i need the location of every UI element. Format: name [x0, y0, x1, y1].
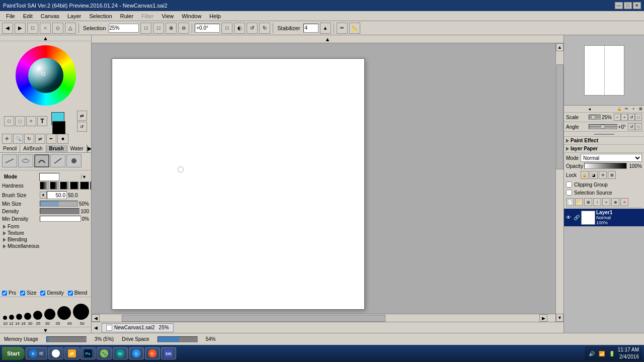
maximize-button[interactable]: □ [624, 2, 632, 9]
layer-opacity-slider[interactable] [584, 163, 627, 169]
layer-mode-select[interactable]: Normal Multiply Screen Overlay [581, 154, 642, 162]
triangle-tool-btn[interactable]: △ [65, 23, 76, 34]
selection-source-cb[interactable] [566, 190, 572, 196]
angle-fit-btn[interactable]: □ [635, 123, 642, 130]
size-dot-10[interactable] [3, 316, 7, 320]
size-dot-25[interactable] [44, 309, 55, 320]
magic-wand-tool[interactable]: ✧ [26, 116, 36, 126]
brush-preset-5[interactable] [66, 154, 82, 167]
eyedropper-tool[interactable]: ✒ [46, 134, 56, 144]
menu-layer[interactable]: Layer [63, 11, 86, 21]
toolbar-right-btn[interactable]: ▶ [15, 23, 26, 34]
min-size-slider[interactable] [40, 201, 78, 207]
layer-paper-header[interactable]: layer Paper [564, 145, 644, 152]
hardness-btn-5[interactable] [80, 182, 89, 190]
zoom-tool[interactable]: 🔍 [13, 134, 23, 144]
taskbar-app-chrome[interactable]: ⊙ [48, 347, 63, 359]
close-button[interactable]: ✕ [633, 2, 641, 9]
ellipse-tool-btn[interactable]: ○ [40, 23, 51, 34]
layer-up-btn[interactable]: ↑ [593, 198, 601, 206]
prs-density-cb[interactable] [40, 291, 45, 296]
hardness-btn-3[interactable] [60, 182, 69, 190]
ruler-btn[interactable]: 📐 [349, 23, 360, 34]
rect-select-tool[interactable]: □ [4, 116, 14, 126]
tab-brush[interactable]: Brush [46, 145, 67, 152]
minimize-button[interactable]: — [615, 2, 623, 9]
add-btn[interactable]: + [602, 198, 610, 206]
v-scroll-track[interactable] [556, 51, 564, 314]
angle-reset-btn[interactable]: ↺ [628, 123, 635, 130]
hardness-btn-1[interactable] [40, 182, 49, 190]
hardness-btn-4[interactable] [70, 182, 79, 190]
layer-1-visibility[interactable]: 👁 [565, 214, 572, 221]
sel-btn2[interactable]: □ [153, 23, 164, 34]
form-section-header[interactable]: Form [2, 223, 89, 230]
brush-preset-1[interactable] [2, 154, 17, 167]
taskbar-app-skype[interactable]: S [129, 347, 144, 359]
diamond-tool-btn[interactable]: ◇ [52, 23, 63, 34]
tray-icon-network[interactable]: 📶 [598, 349, 606, 357]
paint-effect-header[interactable]: Paint Effect [564, 137, 644, 144]
h-scroll-thumb[interactable] [122, 315, 385, 322]
taskbar-app-ie[interactable]: e IE [26, 347, 47, 359]
misc-section-header[interactable]: Miscellaneous [2, 243, 89, 249]
right-merge-icon[interactable]: ⊞ [637, 106, 644, 112]
v-scroll-up-btn[interactable]: ▲ [556, 43, 564, 51]
size-dot-12[interactable] [9, 315, 14, 320]
left-scroll-bottom[interactable]: ▼ [0, 327, 91, 333]
min-density-slider[interactable] [40, 216, 81, 222]
right-lock-icon[interactable]: 🔒 [616, 106, 623, 112]
menu-view[interactable]: View [158, 11, 178, 21]
stabilizer-input[interactable] [303, 24, 318, 33]
left-scroll-top[interactable]: ▲ [0, 35, 91, 41]
h-scroll-track[interactable] [100, 314, 539, 322]
rotate-tool[interactable]: ↻ [24, 134, 34, 144]
tray-icon-battery[interactable]: 🔋 [608, 349, 616, 357]
brush-tab-scroll[interactable]: ▶ [87, 145, 92, 152]
swap-colors-btn[interactable]: ⇄ [77, 111, 87, 121]
taskbar-app-green[interactable]: 🐾 [97, 347, 112, 359]
hardness-btn-6[interactable] [90, 182, 91, 190]
taskbar-app-teal[interactable]: M [113, 347, 128, 359]
scale-plus-btn[interactable]: + [621, 114, 628, 121]
menu-canvas[interactable]: Canvas [37, 11, 63, 21]
rot-btn4[interactable]: ↻ [259, 23, 270, 34]
rot-btn2[interactable]: ◐ [234, 23, 245, 34]
size-dot-30[interactable] [57, 306, 71, 320]
brush-size-input[interactable] [47, 191, 67, 199]
taskbar-app-folder[interactable]: 📁 [64, 347, 79, 359]
hardness-btn-2[interactable] [50, 182, 59, 190]
lock-extra-btn[interactable]: ⊞ [608, 171, 616, 179]
new-layer-btn[interactable]: 📄 [566, 198, 574, 206]
tray-icon-volume[interactable]: 🔊 [588, 349, 596, 357]
taskbar-app-ps[interactable]: Ps [80, 347, 96, 359]
tab-water[interactable]: Water [67, 145, 87, 152]
mode-scroll[interactable]: ▼ [81, 174, 87, 179]
delete-layer-btn[interactable]: ✕ [620, 198, 628, 206]
scale-slider[interactable] [589, 115, 601, 120]
blending-section-header[interactable]: Blending [2, 236, 89, 243]
menu-selection[interactable]: Selection [86, 11, 116, 21]
flip-tool[interactable]: ⇌ [35, 134, 45, 144]
reset-colors-btn[interactable]: ↺ [77, 122, 87, 132]
menu-edit[interactable]: Edit [19, 11, 37, 21]
density-slider[interactable] [40, 208, 79, 214]
taskbar-app-red[interactable]: R [145, 347, 160, 359]
pen-btn[interactable]: ✏ [337, 23, 348, 34]
menu-ruler[interactable]: Ruler [116, 11, 137, 21]
v-scroll-thumb[interactable] [556, 64, 564, 169]
lasso-tool[interactable]: ◌ [15, 116, 25, 126]
prs-size-cb[interactable] [20, 291, 25, 296]
lock-move-btn[interactable]: ✛ [599, 171, 607, 179]
size-dot-20[interactable] [33, 311, 42, 320]
rot-btn1[interactable]: □ [221, 23, 232, 34]
move-tool[interactable]: ✛ [2, 134, 12, 144]
angle-slider[interactable] [589, 124, 617, 129]
drawing-canvas[interactable] [112, 58, 365, 310]
menu-help[interactable]: Help [205, 11, 225, 21]
tab-airbrush[interactable]: AirBrush [20, 145, 46, 152]
brush-preset-2[interactable] [18, 154, 33, 167]
merge-down-btn[interactable]: ⊞ [584, 198, 592, 206]
layer-item-1[interactable]: 👁 🔗 Layer1 Normal 100% [564, 209, 644, 227]
right-plus-icon[interactable]: + [630, 106, 637, 112]
